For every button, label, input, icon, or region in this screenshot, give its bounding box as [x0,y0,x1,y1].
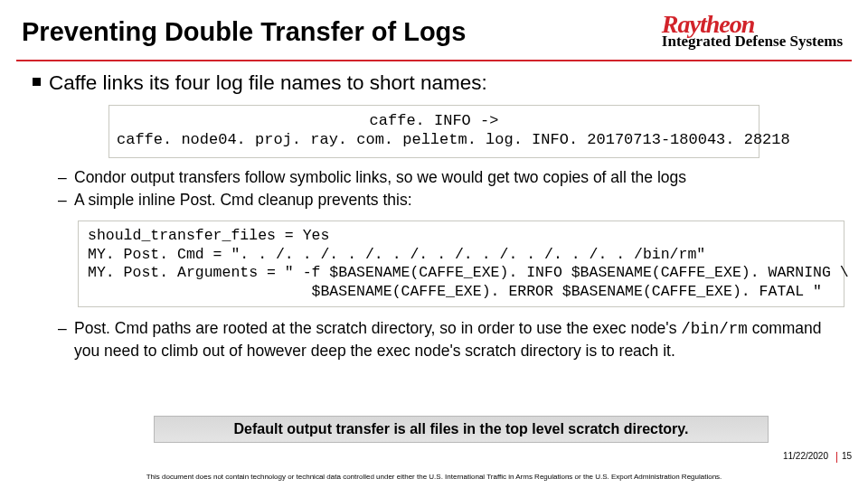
code-line-2: MY. Post. Cmd = ". . /. . /. . /. . /. .… [88,246,835,265]
sub3-mono: /bin/rm [681,320,748,338]
bullet-list: Caffe links its four log file names to s… [27,70,841,96]
code-line-3: MY. Post. Arguments = " -f $BASENAME(CAF… [88,264,835,283]
slide: Preventing Double Transfer of Logs Rayth… [0,0,868,488]
code-box: should_transfer_files = Yes MY. Post. Cm… [78,221,844,308]
sub-bullet-paths: Post. Cmd paths are rooted at the scratc… [58,318,841,361]
sub3-text-a: Post. Cmd paths are rooted at the scratc… [74,319,681,337]
sub-bullet-list-2: Post. Cmd paths are rooted at the scratc… [27,318,841,361]
footer-date: 11/22/2020 [783,451,828,461]
page-number: 15 [842,451,852,461]
symlink-line1: caffe. INFO -> [370,112,499,129]
page-separator [836,452,837,463]
company-logo: Raytheon Integrated Defense Systems [662,13,843,49]
code-line-4: $BASENAME(CAFFE_EXE). ERROR $BASENAME(CA… [88,283,835,302]
export-disclaimer: This document does not contain technolog… [0,473,868,481]
code-line-1: should_transfer_files = Yes [88,227,835,246]
symlink-box: caffe. INFO -> caffe. node04. proj. ray.… [108,105,760,158]
slide-body: Caffe links its four log file names to s… [0,61,868,362]
slide-header: Preventing Double Transfer of Logs Rayth… [0,0,868,60]
sub-bullet-condor: Condor output transfers follow symbolic … [58,167,841,189]
symlink-line2: caffe. node04. proj. ray. com. pelletm. … [117,131,790,148]
logo-subtitle: Integrated Defense Systems [662,33,843,49]
lesson-box: Default output transfer is all files in … [154,416,769,443]
sub-bullet-list-1: Condor output transfers follow symbolic … [27,167,841,211]
bullet-caffe-links: Caffe links its four log file names to s… [33,70,841,96]
sub-bullet-postcmd: A simple inline Post. Cmd cleanup preven… [58,190,841,211]
